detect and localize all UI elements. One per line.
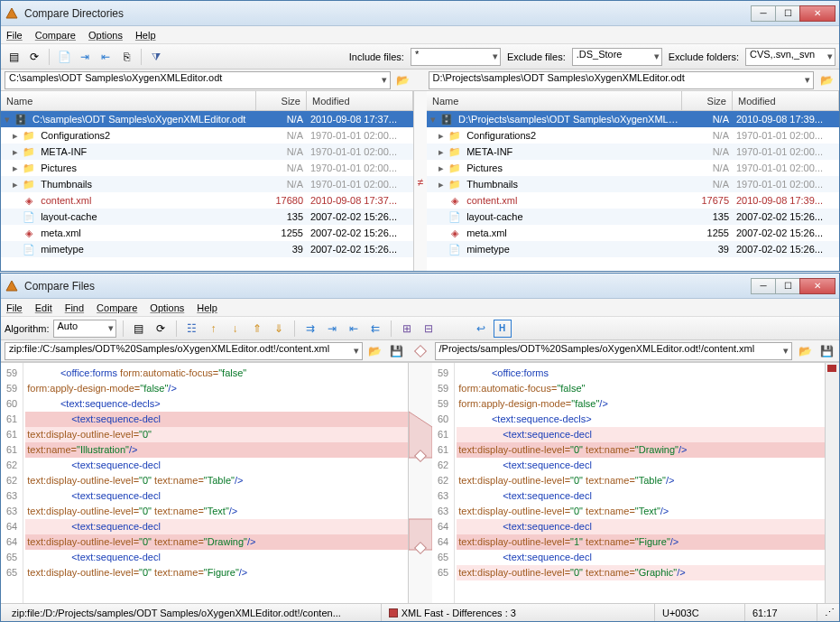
code-line[interactable]: <text:sequence-decl <box>457 427 825 442</box>
col-name[interactable]: Name <box>427 91 682 110</box>
save-left-icon[interactable]: 💾 <box>388 342 406 360</box>
minimize-button[interactable] <box>751 5 776 22</box>
tree-row[interactable]: ▸📁PicturesN/A1970-01-01 02:00... <box>1 160 413 176</box>
code-line[interactable]: text:display-outline-level="0" <box>25 427 408 442</box>
tree-row[interactable]: ▸📁META-INFN/A1970-01-01 02:00... <box>1 144 413 160</box>
code-line[interactable]: text:display-outline-level="1" text:name… <box>457 534 825 550</box>
titlebar[interactable]: Compare Files <box>1 274 839 299</box>
copy-all-left-icon[interactable]: ⇇ <box>366 320 384 338</box>
expand-icon[interactable]: ▸ <box>9 179 22 190</box>
format-icon[interactable]: ⊞ <box>398 320 416 338</box>
expand-icon[interactable]: ▸ <box>435 146 448 158</box>
tree-row[interactable]: ◈content.xml176802010-09-08 17:37... <box>1 192 413 209</box>
code-line[interactable]: <text:sequence-decl <box>457 488 825 504</box>
code-line[interactable]: text:display-outline-level="0" text:name… <box>25 565 408 580</box>
expand-icon[interactable]: ▾ <box>427 114 439 125</box>
code-line[interactable]: form:apply-design-mode="false"/> <box>457 396 825 412</box>
exclude-folders-select[interactable]: CVS,.svn,_svn <box>745 48 835 66</box>
tree-icon[interactable]: ☷ <box>183 320 201 338</box>
right-path-input[interactable]: D:\Projects\samples\ODT Samples\oXygenXM… <box>429 71 815 89</box>
menu-help[interactable]: Help <box>197 302 217 313</box>
col-modified[interactable]: Modified <box>307 91 413 110</box>
wrap-icon[interactable]: ↩ <box>472 320 490 338</box>
copy-all-right-icon[interactable]: ⇉ <box>301 320 319 338</box>
code-line[interactable]: form:apply-design-mode="false"/> <box>25 381 408 396</box>
tree-row[interactable]: ▸📁ThumbnailsN/A1970-01-01 02:00... <box>427 176 839 192</box>
code-line[interactable]: text:display-outline-level="0" text:name… <box>457 473 825 488</box>
menu-help[interactable]: Help <box>135 30 156 41</box>
code-line[interactable]: text:display-outline-level="0" text:name… <box>25 534 408 550</box>
close-button[interactable] <box>799 278 835 294</box>
tree-row[interactable]: ▸📁PicturesN/A1970-01-01 02:00... <box>427 160 839 176</box>
tree-row[interactable]: 📄layout-cache1352007-02-02 15:26... <box>427 209 839 225</box>
browse-right-icon[interactable]: 📂 <box>796 342 814 360</box>
tree-row[interactable]: ▸📁META-INFN/A1970-01-01 02:00... <box>427 144 839 160</box>
filter-icon[interactable]: ⧩ <box>147 48 165 66</box>
code-line[interactable]: <text:sequence-decl <box>457 550 825 565</box>
expand-icon[interactable]: ▸ <box>435 162 448 174</box>
refresh-icon[interactable]: ⟳ <box>25 48 43 66</box>
left-file-path[interactable]: zip:file:/C:/samples/ODT%20Samples/oXyge… <box>5 342 363 360</box>
menu-file[interactable]: File <box>6 302 23 313</box>
format2-icon[interactable]: ⊟ <box>420 320 438 338</box>
col-name[interactable]: Name <box>1 91 256 110</box>
col-size[interactable]: Size <box>256 91 307 110</box>
browse-left-icon[interactable]: 📂 <box>394 71 412 89</box>
minimize-button[interactable] <box>751 278 776 294</box>
copy-left-icon[interactable]: ⇤ <box>97 48 115 66</box>
tree-row[interactable]: ◈meta.xml12552007-02-02 15:26... <box>427 225 839 241</box>
tree-row[interactable]: 📄mimetype392007-02-02 15:26... <box>427 241 839 257</box>
col-modified[interactable]: Modified <box>733 91 839 110</box>
code-line[interactable]: <text:sequence-decl <box>457 519 825 534</box>
first-diff-icon[interactable]: ⇑ <box>248 320 266 338</box>
tree-row[interactable]: ▾🗄️D:\Projects\samples\ODT Samples\oXyge… <box>427 111 839 127</box>
diff-icon[interactable]: ▤ <box>130 320 148 338</box>
col-size[interactable]: Size <box>682 91 733 110</box>
code-line[interactable]: <text:sequence-decl <box>25 488 408 504</box>
left-path-input[interactable]: C:\samples\ODT Samples\oXygenXMLEditor.o… <box>5 71 391 89</box>
code-line[interactable]: text:display-outline-level="0" text:name… <box>25 473 408 488</box>
expand-icon[interactable]: ▸ <box>9 146 22 158</box>
code-line[interactable]: text:display-outline-level="0" text:name… <box>457 565 825 580</box>
copy-right-icon[interactable]: ⇥ <box>76 48 94 66</box>
code-line[interactable]: text:display-outline-level="0" text:name… <box>25 504 408 519</box>
code-line[interactable]: <text:sequence-decl <box>25 412 408 427</box>
left-editor[interactable]: 5959606161616262636364646565 <office:for… <box>1 363 409 603</box>
maximize-button[interactable] <box>775 5 800 22</box>
tree-row[interactable]: ◈content.xml176752010-09-08 17:39... <box>427 192 839 209</box>
code-line[interactable]: <text:sequence-decls> <box>25 396 408 412</box>
copy-left-icon[interactable]: ⇤ <box>345 320 363 338</box>
code-line[interactable]: <text:sequence-decl <box>25 458 408 473</box>
tree-row[interactable]: ◈meta.xml12552007-02-02 15:26... <box>1 225 413 241</box>
code-line[interactable]: text:display-outline-level="0" text:name… <box>457 504 825 519</box>
sync-icon[interactable]: ⎘ <box>117 48 135 66</box>
tree-row[interactable]: 📄mimetype392007-02-02 15:26... <box>1 241 413 257</box>
copy-icon[interactable]: 📄 <box>55 48 73 66</box>
code-line[interactable]: text:display-outline-level="0" text:name… <box>457 442 825 458</box>
maximize-button[interactable] <box>775 278 800 294</box>
right-code[interactable]: <office:formsform:automatic-focus="false… <box>455 363 825 603</box>
expand-icon[interactable]: ▸ <box>9 130 22 142</box>
code-line[interactable]: text:name="Illustration"/> <box>25 442 408 458</box>
menu-find[interactable]: Find <box>65 302 84 313</box>
close-button[interactable] <box>799 5 835 22</box>
code-line[interactable]: <text:sequence-decl <box>457 458 825 473</box>
expand-icon[interactable]: ▾ <box>1 114 14 125</box>
expand-icon[interactable]: ▸ <box>9 162 22 174</box>
next-diff-icon[interactable]: ↓ <box>226 320 245 338</box>
copy-right-icon[interactable]: ⇥ <box>323 320 341 338</box>
diff-mark-icon[interactable] <box>827 365 836 372</box>
browse-right-icon[interactable]: 📂 <box>817 71 835 89</box>
code-line[interactable]: <text:sequence-decl <box>25 519 408 534</box>
diff-icon[interactable]: ▤ <box>5 48 23 66</box>
code-line[interactable]: form:automatic-focus="false" <box>457 381 825 396</box>
tree-row[interactable]: ▸📁ThumbnailsN/A1970-01-01 02:00... <box>1 176 413 192</box>
right-tree[interactable]: ▾🗄️D:\Projects\samples\ODT Samples\oXyge… <box>427 111 839 271</box>
code-line[interactable]: <office:forms <box>457 366 825 381</box>
exclude-files-select[interactable]: .DS_Store <box>572 48 662 66</box>
menu-edit[interactable]: Edit <box>35 302 52 313</box>
prev-diff-icon[interactable]: ↑ <box>205 320 223 338</box>
code-line[interactable]: <text:sequence-decl <box>25 550 408 565</box>
menu-options[interactable]: Options <box>88 30 123 41</box>
refresh-icon[interactable]: ⟳ <box>152 320 170 338</box>
